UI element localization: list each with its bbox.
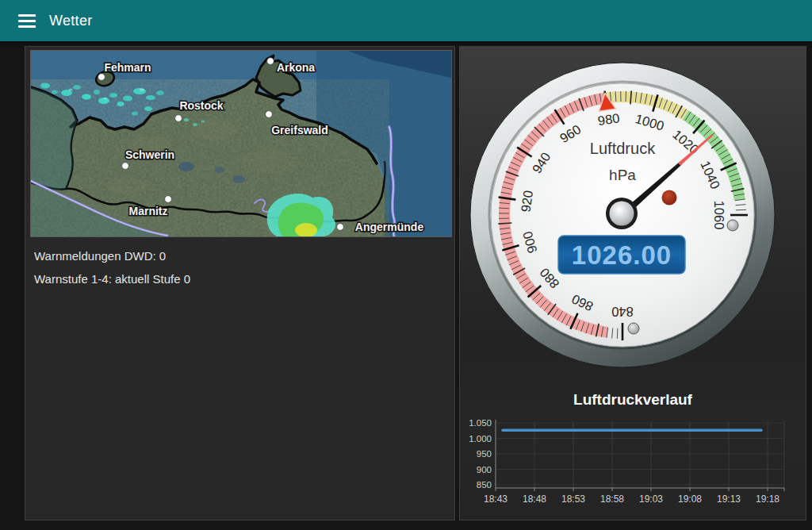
chart-xtick-label: 19:08 — [678, 494, 702, 505]
chart-xtick-label: 19:03 — [639, 494, 663, 505]
main-content: FehmarnArkonaRostockGreifswaldSchwerinMa… — [25, 46, 806, 520]
pressure-panel: 8408608809009209409609801000102010401060… — [459, 46, 806, 520]
radar-map[interactable]: FehmarnArkonaRostockGreifswaldSchwerinMa… — [30, 50, 452, 237]
chart-xtick-label: 18:58 — [600, 494, 624, 505]
city-marker-dot — [337, 224, 344, 231]
city-label: Angermünde — [355, 221, 424, 233]
pressure-gauge: 8408608809009209409609801000102010401060… — [460, 53, 807, 380]
city-marker-dot — [122, 163, 129, 170]
city-marker-dot — [175, 115, 182, 122]
chart-ytick-label: 1.000 — [469, 434, 492, 444]
gauge-display-text: 1026.00 — [572, 240, 672, 270]
chart-xtick-label: 19:13 — [717, 494, 741, 505]
city-label: Marnitz — [129, 205, 168, 217]
chart-xtick-label: 19:18 — [756, 494, 779, 505]
chart-ytick-label: 900 — [477, 465, 492, 474]
city-marker-dot — [267, 58, 274, 65]
pressure-trend-chart: 1.0501.00095090085018:4318:4818:5318:581… — [460, 417, 807, 520]
gauge-hub — [610, 202, 634, 226]
chart-xtick-label: 18:53 — [561, 494, 585, 505]
page-title: Wetter — [49, 13, 92, 29]
city-label: Rostock — [179, 99, 223, 112]
needle-stop-pin — [662, 190, 677, 205]
dwd-warnings-text: Warnmeldungen DWD: 0 — [34, 244, 190, 267]
warn-level-text: Warnstufe 1-4: aktuell Stufe 0 — [34, 267, 190, 290]
city-marker-dot — [165, 196, 172, 203]
chart-xtick-label: 18:48 — [523, 494, 546, 505]
city-label: Arkona — [277, 61, 315, 74]
weather-map-panel: FehmarnArkonaRostockGreifswaldSchwerinMa… — [25, 46, 455, 520]
scale-end-peg-high — [727, 220, 738, 231]
city-label: Greifswald — [271, 124, 328, 136]
gauge-tick-label: 840 — [611, 305, 634, 319]
menu-icon[interactable] — [18, 14, 36, 28]
chart-title: Luftdruckverlauf — [460, 391, 806, 409]
scale-end-peg-low — [628, 323, 639, 334]
chart-xtick-label: 18:43 — [484, 494, 508, 505]
warnings-block: Warnmeldungen DWD: 0 Warnstufe 1-4: aktu… — [34, 244, 190, 290]
radar-map-image: FehmarnArkonaRostockGreifswaldSchwerinMa… — [31, 51, 451, 236]
gauge-tick-label: 1060 — [712, 201, 726, 230]
city-label: Fehmarn — [104, 61, 151, 74]
city-marker-dot — [98, 74, 105, 81]
chart-ytick-label: 850 — [477, 480, 492, 490]
gauge-title: Luftdruck — [590, 140, 656, 157]
city-marker-dot — [266, 111, 273, 118]
app-header: Wetter — [0, 0, 812, 41]
gauge-unit: hPa — [609, 167, 636, 183]
chart-ytick-label: 1.050 — [469, 418, 492, 428]
chart-ytick-label: 950 — [477, 449, 492, 459]
city-label: Schwerin — [125, 148, 174, 161]
